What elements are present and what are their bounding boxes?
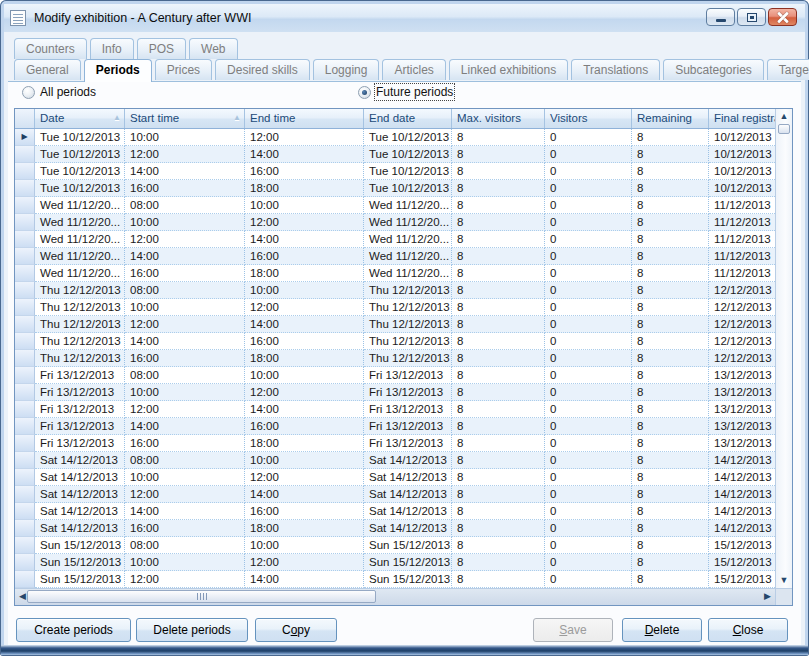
close-button[interactable]: Close bbox=[708, 618, 788, 642]
row-header-cell[interactable] bbox=[15, 503, 35, 520]
cell-visitors[interactable]: 0 bbox=[545, 520, 632, 537]
cell-end-time[interactable]: 14:00 bbox=[245, 231, 364, 248]
tab-linked-exhibitions[interactable]: Linked exhibitions bbox=[449, 59, 568, 80]
cell-start-time[interactable]: 12:00 bbox=[125, 316, 245, 333]
cell-end-date[interactable]: Fri 13/12/2013 bbox=[364, 401, 452, 418]
cell-final-registrat[interactable]: 11/12/2013 bbox=[709, 197, 775, 214]
grid-row[interactable]: Sun 15/12/201310:0012:00Sun 15/12/201380… bbox=[15, 554, 775, 571]
row-header-cell[interactable] bbox=[15, 537, 35, 554]
grid-row[interactable]: Thu 12/12/201310:0012:00Thu 12/12/201380… bbox=[15, 299, 775, 316]
cell-date[interactable]: Thu 12/12/2013 bbox=[35, 282, 125, 299]
cell-end-date[interactable]: Wed 11/12/20... bbox=[364, 265, 452, 282]
grid-row[interactable]: Thu 12/12/201308:0010:00Thu 12/12/201380… bbox=[15, 282, 775, 299]
cell-end-time[interactable]: 16:00 bbox=[245, 333, 364, 350]
row-header-cell[interactable] bbox=[15, 214, 35, 231]
cell-end-time[interactable]: 16:00 bbox=[245, 418, 364, 435]
cell-max-visitors[interactable]: 8 bbox=[452, 503, 545, 520]
cell-visitors[interactable]: 0 bbox=[545, 452, 632, 469]
cell-end-time[interactable]: 14:00 bbox=[245, 486, 364, 503]
cell-max-visitors[interactable]: 8 bbox=[452, 418, 545, 435]
cell-remaining[interactable]: 8 bbox=[632, 316, 709, 333]
cell-end-time[interactable]: 12:00 bbox=[245, 129, 364, 146]
column-header-remaining[interactable]: Remaining bbox=[632, 109, 709, 128]
cell-final-registrat[interactable]: 14/12/2013 bbox=[709, 486, 775, 503]
cell-date[interactable]: Wed 11/12/20... bbox=[35, 197, 125, 214]
column-header-visitors[interactable]: Visitors bbox=[545, 109, 632, 128]
row-header-cell[interactable] bbox=[15, 571, 35, 588]
cell-date[interactable]: Fri 13/12/2013 bbox=[35, 418, 125, 435]
tab-counters[interactable]: Counters bbox=[14, 38, 87, 59]
cell-final-registrat[interactable]: 12/12/2013 bbox=[709, 333, 775, 350]
cell-final-registrat[interactable]: 14/12/2013 bbox=[709, 520, 775, 537]
grid-row[interactable]: Sun 15/12/201312:0014:00Sun 15/12/201380… bbox=[15, 571, 775, 588]
cell-visitors[interactable]: 0 bbox=[545, 503, 632, 520]
cell-date[interactable]: Tue 10/12/2013 bbox=[35, 180, 125, 197]
cell-start-time[interactable]: 14:00 bbox=[125, 333, 245, 350]
scroll-left-icon[interactable]: ◀ bbox=[19, 592, 26, 601]
grid-row[interactable]: Fri 13/12/201316:0018:00Fri 13/12/201380… bbox=[15, 435, 775, 452]
cell-date[interactable]: Tue 10/12/2013 bbox=[35, 129, 125, 146]
cell-end-time[interactable]: 14:00 bbox=[245, 146, 364, 163]
cell-date[interactable]: Wed 11/12/20... bbox=[35, 248, 125, 265]
cell-remaining[interactable]: 8 bbox=[632, 180, 709, 197]
cell-end-time[interactable]: 12:00 bbox=[245, 214, 364, 231]
current-row-indicator-cell[interactable]: ▶ bbox=[15, 129, 35, 146]
tab-logging[interactable]: Logging bbox=[313, 59, 380, 80]
cell-visitors[interactable]: 0 bbox=[545, 537, 632, 554]
cell-end-date[interactable]: Tue 10/12/2013 bbox=[364, 146, 452, 163]
cell-visitors[interactable]: 0 bbox=[545, 282, 632, 299]
cell-end-time[interactable]: 10:00 bbox=[245, 537, 364, 554]
cell-max-visitors[interactable]: 8 bbox=[452, 520, 545, 537]
cell-visitors[interactable]: 0 bbox=[545, 571, 632, 588]
grid-row[interactable]: Wed 11/12/20...14:0016:00Wed 11/12/20...… bbox=[15, 248, 775, 265]
cell-max-visitors[interactable]: 8 bbox=[452, 282, 545, 299]
cell-visitors[interactable]: 0 bbox=[545, 350, 632, 367]
cell-end-date[interactable]: Tue 10/12/2013 bbox=[364, 129, 452, 146]
row-header-cell[interactable] bbox=[15, 282, 35, 299]
cell-start-time[interactable]: 12:00 bbox=[125, 401, 245, 418]
cell-date[interactable]: Thu 12/12/2013 bbox=[35, 350, 125, 367]
grid-row[interactable]: Wed 11/12/20...10:0012:00Wed 11/12/20...… bbox=[15, 214, 775, 231]
grid-row[interactable]: Tue 10/12/201316:0018:00Tue 10/12/201380… bbox=[15, 180, 775, 197]
cell-remaining[interactable]: 8 bbox=[632, 248, 709, 265]
cell-start-time[interactable]: 10:00 bbox=[125, 129, 245, 146]
scroll-right-icon[interactable]: ▶ bbox=[764, 592, 771, 601]
cell-remaining[interactable]: 8 bbox=[632, 401, 709, 418]
row-header-cell[interactable] bbox=[15, 163, 35, 180]
cell-end-time[interactable]: 18:00 bbox=[245, 265, 364, 282]
cell-date[interactable]: Sat 14/12/2013 bbox=[35, 520, 125, 537]
grid-row[interactable]: Fri 13/12/201310:0012:00Fri 13/12/201380… bbox=[15, 384, 775, 401]
minimize-button[interactable] bbox=[706, 8, 735, 26]
cell-end-date[interactable]: Thu 12/12/2013 bbox=[364, 333, 452, 350]
radio-all-periods[interactable]: All periods bbox=[22, 85, 96, 99]
cell-max-visitors[interactable]: 8 bbox=[452, 333, 545, 350]
column-header-date[interactable]: Date▲ bbox=[35, 109, 125, 128]
cell-remaining[interactable]: 8 bbox=[632, 435, 709, 452]
cell-end-time[interactable]: 14:00 bbox=[245, 316, 364, 333]
cell-start-time[interactable]: 10:00 bbox=[125, 384, 245, 401]
grid-row[interactable]: ▶Tue 10/12/201310:0012:00Tue 10/12/20138… bbox=[15, 129, 775, 146]
cell-max-visitors[interactable]: 8 bbox=[452, 435, 545, 452]
row-header-cell[interactable] bbox=[15, 418, 35, 435]
cell-end-time[interactable]: 14:00 bbox=[245, 571, 364, 588]
cell-max-visitors[interactable]: 8 bbox=[452, 384, 545, 401]
cell-final-registrat[interactable]: 12/12/2013 bbox=[709, 299, 775, 316]
tab-periods[interactable]: Periods bbox=[84, 59, 152, 82]
cell-end-date[interactable]: Thu 12/12/2013 bbox=[364, 316, 452, 333]
cell-end-time[interactable]: 16:00 bbox=[245, 248, 364, 265]
cell-end-date[interactable]: Sat 14/12/2013 bbox=[364, 452, 452, 469]
cell-start-time[interactable]: 08:00 bbox=[125, 197, 245, 214]
cell-date[interactable]: Wed 11/12/20... bbox=[35, 265, 125, 282]
cell-end-time[interactable]: 18:00 bbox=[245, 350, 364, 367]
cell-remaining[interactable]: 8 bbox=[632, 350, 709, 367]
cell-remaining[interactable]: 8 bbox=[632, 418, 709, 435]
cell-visitors[interactable]: 0 bbox=[545, 401, 632, 418]
cell-max-visitors[interactable]: 8 bbox=[452, 180, 545, 197]
row-header-cell[interactable] bbox=[15, 333, 35, 350]
create-periods-button[interactable]: Create periods bbox=[16, 618, 131, 642]
cell-end-date[interactable]: Tue 10/12/2013 bbox=[364, 163, 452, 180]
row-header-cell[interactable] bbox=[15, 231, 35, 248]
grid-row[interactable]: Wed 11/12/20...12:0014:00Wed 11/12/20...… bbox=[15, 231, 775, 248]
cell-max-visitors[interactable]: 8 bbox=[452, 248, 545, 265]
tab-info[interactable]: Info bbox=[90, 38, 134, 59]
